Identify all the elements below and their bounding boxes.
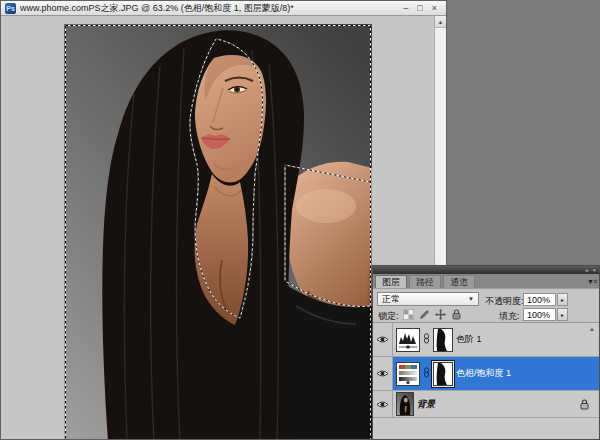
background-lock-icon bbox=[580, 399, 589, 410]
fill-spinner-button[interactable]: ▸ bbox=[557, 308, 568, 321]
fill-input[interactable]: 100% bbox=[523, 308, 556, 321]
collapse-panel-icon[interactable]: « bbox=[585, 266, 588, 274]
lock-all-padlock-icon[interactable] bbox=[450, 308, 462, 320]
layers-panel: « × 图层 路径 通道 ▼≡ 正常 ▼ 不透明度: 100% ▸ 锁定: bbox=[372, 265, 600, 440]
chevron-down-icon: ▼ bbox=[468, 296, 474, 302]
photoshop-app: Ps www.phome.comPS之家.JPG @ 63.2% (色相/饱和度… bbox=[0, 0, 600, 440]
hue-saturation-layer-mask-thumbnail[interactable] bbox=[433, 362, 453, 386]
hue-saturation-adjustment-thumbnail[interactable] bbox=[396, 362, 420, 386]
photoshop-file-icon: Ps bbox=[5, 3, 16, 14]
layer-name: 色阶 1 bbox=[456, 333, 482, 346]
close-button[interactable]: × bbox=[432, 2, 437, 15]
panel-menu-icon[interactable]: ▼≡ bbox=[587, 278, 596, 285]
lock-label: 锁定: bbox=[378, 310, 399, 323]
fill-label: 填充: bbox=[499, 310, 520, 323]
lock-transparency-icon[interactable] bbox=[402, 308, 414, 320]
visibility-eye-icon[interactable] bbox=[373, 391, 393, 417]
panel-tabs: 图层 路径 通道 ▼≡ bbox=[373, 274, 599, 289]
blend-mode-select[interactable]: 正常 ▼ bbox=[377, 292, 479, 306]
blend-mode-value: 正常 bbox=[382, 293, 400, 306]
panel-header-bar: « × bbox=[373, 266, 599, 274]
layer-name: 色相/饱和度 1 bbox=[456, 367, 511, 380]
layer-controls: 正常 ▼ 不透明度: 100% ▸ 锁定: bbox=[373, 289, 599, 323]
document-titlebar[interactable]: Ps www.phome.comPS之家.JPG @ 63.2% (色相/饱和度… bbox=[1, 1, 446, 16]
document-title: www.phome.comPS之家.JPG @ 63.2% (色相/饱和度 1,… bbox=[20, 2, 399, 15]
restore-button[interactable]: □ bbox=[417, 2, 422, 15]
lock-position-move-icon[interactable] bbox=[434, 308, 446, 320]
lock-pixels-brush-icon[interactable] bbox=[418, 308, 430, 320]
opacity-input[interactable]: 100% bbox=[523, 293, 556, 306]
photo-of-woman[interactable] bbox=[64, 24, 372, 439]
tab-channels[interactable]: 通道 bbox=[443, 275, 475, 288]
close-panel-icon[interactable]: × bbox=[592, 266, 596, 274]
visibility-eye-icon[interactable] bbox=[373, 323, 393, 356]
opacity-spinner-button[interactable]: ▸ bbox=[557, 293, 568, 306]
levels-layer-mask-thumbnail[interactable] bbox=[433, 328, 453, 352]
layer-row-background[interactable]: 背景 bbox=[373, 391, 599, 418]
photo-image bbox=[64, 24, 372, 439]
scroll-up-arrow[interactable]: ▲ bbox=[435, 16, 446, 28]
mask-link-icon[interactable] bbox=[423, 367, 430, 380]
tab-paths[interactable]: 路径 bbox=[409, 275, 441, 288]
levels-adjustment-thumbnail[interactable] bbox=[396, 328, 420, 352]
layer-list: ▲ 色阶 1 bbox=[373, 323, 599, 439]
layer-name: 背景 bbox=[417, 398, 435, 411]
background-image-thumbnail[interactable] bbox=[396, 392, 414, 416]
layer-row-hue-saturation[interactable]: 色相/饱和度 1 bbox=[373, 357, 599, 391]
layer-row-levels[interactable]: 色阶 1 bbox=[373, 323, 599, 357]
opacity-label: 不透明度: bbox=[485, 295, 524, 308]
tab-layers[interactable]: 图层 bbox=[375, 275, 407, 288]
visibility-eye-icon[interactable] bbox=[373, 357, 393, 390]
minimize-button[interactable]: – bbox=[403, 2, 408, 15]
mask-link-icon[interactable] bbox=[423, 333, 430, 346]
